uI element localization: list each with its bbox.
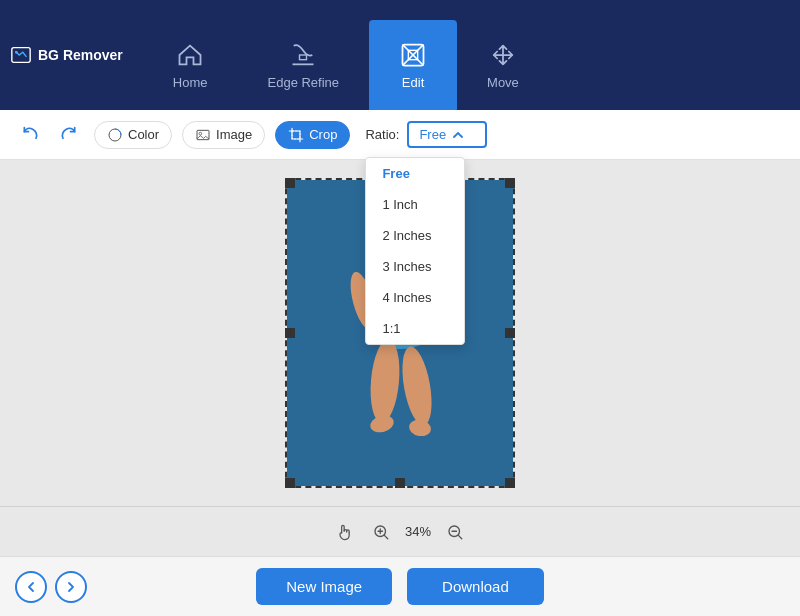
tab-edit-label: Edit: [402, 75, 424, 90]
undo-redo-group: [15, 119, 84, 151]
new-image-button[interactable]: New Image: [256, 568, 392, 605]
edge-refine-icon: [289, 41, 317, 69]
footer-nav-group: [15, 571, 87, 603]
app-title: BG Remover: [38, 47, 123, 63]
ratio-selected-value: Free: [419, 127, 446, 142]
footer: New Image Download: [0, 556, 800, 616]
undo-button[interactable]: [15, 119, 47, 151]
ratio-option-1inch[interactable]: 1 Inch: [366, 189, 464, 220]
zoom-out-icon: [446, 523, 464, 541]
svg-rect-0: [12, 48, 30, 63]
edit-icon: [399, 41, 427, 69]
svg-rect-8: [292, 131, 300, 139]
crop-button-label: Crop: [309, 127, 337, 142]
nav-tabs: Home Edge Refine Edit M: [143, 0, 549, 110]
image-button[interactable]: Image: [182, 121, 265, 149]
crop-handle-bottom-left[interactable]: [285, 478, 295, 488]
prev-button[interactable]: [15, 571, 47, 603]
crop-icon: [288, 127, 304, 143]
footer-inner: New Image Download: [0, 568, 800, 605]
crop-button[interactable]: Crop: [275, 121, 350, 149]
ratio-label: Ratio:: [365, 127, 399, 142]
crop-handle-mid-left[interactable]: [285, 328, 295, 338]
color-button-label: Color: [128, 127, 159, 142]
tab-home-label: Home: [173, 75, 208, 90]
ratio-option-free[interactable]: Free: [366, 158, 464, 189]
image-button-label: Image: [216, 127, 252, 142]
zoom-out-button[interactable]: [443, 520, 467, 544]
tab-edge-refine-label: Edge Refine: [268, 75, 340, 90]
chevron-left-icon: [25, 581, 37, 593]
chevron-up-icon: [452, 129, 464, 141]
tab-move[interactable]: Move: [457, 20, 549, 110]
download-button[interactable]: Download: [407, 568, 544, 605]
move-icon: [489, 41, 517, 69]
zoom-percent: 34%: [405, 524, 431, 539]
svg-point-15: [368, 413, 395, 435]
app-logo: BG Remover: [10, 44, 123, 66]
crop-handle-mid-right[interactable]: [505, 328, 515, 338]
app-header: BG Remover Home Edge Refine: [0, 0, 800, 110]
zoom-in-icon: [372, 523, 390, 541]
chevron-right-icon: [65, 581, 77, 593]
color-icon: [107, 127, 123, 143]
color-button[interactable]: Color: [94, 121, 172, 149]
svg-rect-2: [300, 55, 307, 60]
zoom-in-button[interactable]: [369, 520, 393, 544]
ratio-dropdown: Free 1 Inch 2 Inches 3 Inches 4 Inches 1…: [365, 157, 465, 345]
tab-edge-refine[interactable]: Edge Refine: [238, 20, 370, 110]
svg-point-7: [199, 132, 202, 135]
svg-point-16: [408, 418, 432, 438]
next-button[interactable]: [55, 571, 87, 603]
hand-icon[interactable]: [333, 520, 357, 544]
crop-handle-top-left[interactable]: [285, 178, 295, 188]
undo-icon: [21, 125, 41, 145]
tab-move-label: Move: [487, 75, 519, 90]
svg-point-13: [367, 338, 402, 424]
app-logo-icon: [10, 44, 32, 66]
crop-handle-bottom-right[interactable]: [505, 478, 515, 488]
ratio-option-3inches[interactable]: 3 Inches: [366, 251, 464, 282]
svg-point-1: [15, 51, 18, 54]
ratio-option-2inches[interactable]: 2 Inches: [366, 220, 464, 251]
crop-handle-bottom-mid[interactable]: [395, 478, 405, 488]
redo-icon: [58, 125, 78, 145]
home-icon: [176, 41, 204, 69]
redo-button[interactable]: [52, 119, 84, 151]
crop-handle-top-right[interactable]: [505, 178, 515, 188]
zoom-bar: 34%: [0, 506, 800, 556]
ratio-select-button[interactable]: Free: [407, 121, 487, 148]
image-icon: [195, 127, 211, 143]
ratio-option-1to1[interactable]: 1:1: [366, 313, 464, 344]
svg-point-14: [397, 344, 436, 427]
tab-home[interactable]: Home: [143, 20, 238, 110]
hand-tool-icon: [335, 522, 355, 542]
ratio-container: Ratio: Free Free 1 Inch 2 Inches 3 Inche…: [365, 121, 487, 148]
toolbar: Color Image Crop Ratio: Free Free 1 Inch: [0, 110, 800, 160]
ratio-option-4inches[interactable]: 4 Inches: [366, 282, 464, 313]
tab-edit[interactable]: Edit: [369, 20, 457, 110]
